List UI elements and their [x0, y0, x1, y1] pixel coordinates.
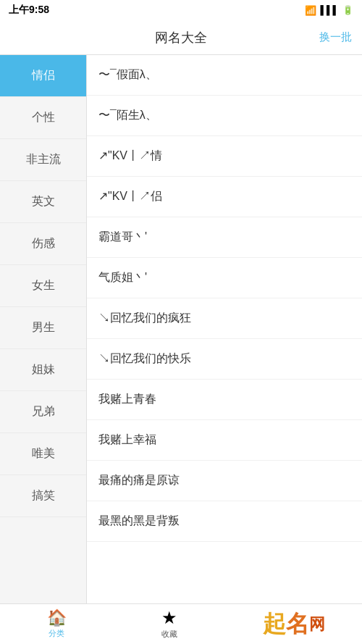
sidebar-item-nvsheng[interactable]: 女生 [0, 265, 86, 307]
list-item[interactable]: 气质姐丶' [87, 258, 362, 298]
list-item[interactable]: ↗"KV丨↗情 [87, 136, 362, 177]
refresh-button[interactable]: 换一批 [319, 30, 352, 44]
star-icon: ★ [161, 609, 177, 627]
list-item[interactable]: 〜¯假面λ、 [87, 55, 362, 96]
list-item[interactable]: 霸道哥丶' [87, 217, 362, 258]
sidebar: 情侣个性非主流英文伤感女生男生姐妹兄弟唯美搞笑 [0, 55, 87, 603]
home-icon: 🏠 [47, 610, 67, 626]
content-list: 〜¯假面λ、〜¯陌生λ、↗"KV丨↗情↗"KV丨↗侣霸道哥丶'气质姐丶'↘回忆我… [87, 55, 362, 603]
logo-main: 起 [263, 609, 286, 640]
nav-item-classify[interactable]: 🏠 分类 [0, 604, 113, 644]
list-item[interactable]: ↘回忆我们的疯狂 [87, 298, 362, 339]
sidebar-item-gaoxiao[interactable]: 搞笑 [0, 475, 86, 517]
status-time: 上午9:58 [9, 4, 49, 17]
header-title: 网名大全 [155, 29, 207, 46]
list-item[interactable]: ↘回忆我们的快乐 [87, 339, 362, 380]
logo-third: 网 [309, 614, 325, 635]
nav-label-classify: 分类 [49, 628, 64, 639]
list-item[interactable]: ↗"KV丨↗侣 [87, 177, 362, 217]
sidebar-item-yingwen[interactable]: 英文 [0, 181, 86, 223]
sidebar-item-gexing[interactable]: 个性 [0, 97, 86, 139]
nav-label-favorites: 收藏 [161, 629, 177, 640]
wifi-icon: 📶 [305, 5, 316, 16]
nav-logo[interactable]: 起 名 网 [227, 604, 363, 644]
list-item[interactable]: 最痛的痛是原谅 [87, 461, 362, 501]
battery-icon: 🔋 [342, 5, 353, 15]
header: 网名大全 换一批 [0, 20, 362, 55]
status-bar: 上午9:58 📶 ▌▌▌ 🔋 [0, 0, 362, 20]
status-icons: 📶 ▌▌▌ 🔋 [305, 5, 353, 16]
list-item[interactable]: 我赌上幸福 [87, 420, 362, 461]
bottom-nav: 🏠 分类 ★ 收藏 起 名 网 [0, 603, 362, 644]
signal-icon: ▌▌▌ [320, 5, 339, 15]
sidebar-item-qinglv[interactable]: 情侣 [0, 55, 86, 97]
logo-second: 名 [286, 609, 309, 640]
sidebar-item-nansheng[interactable]: 男生 [0, 307, 86, 349]
list-item[interactable]: 最黑的黑是背叛 [87, 501, 362, 542]
sidebar-item-feizh[interactable]: 非主流 [0, 139, 86, 181]
sidebar-item-shangg[interactable]: 伤感 [0, 223, 86, 265]
list-item[interactable]: 我赌上青春 [87, 380, 362, 420]
sidebar-item-xiongdi[interactable]: 兄弟 [0, 391, 86, 433]
list-item[interactable]: 〜¯陌生λ、 [87, 96, 362, 136]
sidebar-item-weimei[interactable]: 唯美 [0, 433, 86, 475]
sidebar-item-jiemei[interactable]: 姐妹 [0, 349, 86, 391]
main-content: 情侣个性非主流英文伤感女生男生姐妹兄弟唯美搞笑 〜¯假面λ、〜¯陌生λ、↗"KV… [0, 55, 362, 603]
nav-item-favorites[interactable]: ★ 收藏 [113, 604, 226, 644]
